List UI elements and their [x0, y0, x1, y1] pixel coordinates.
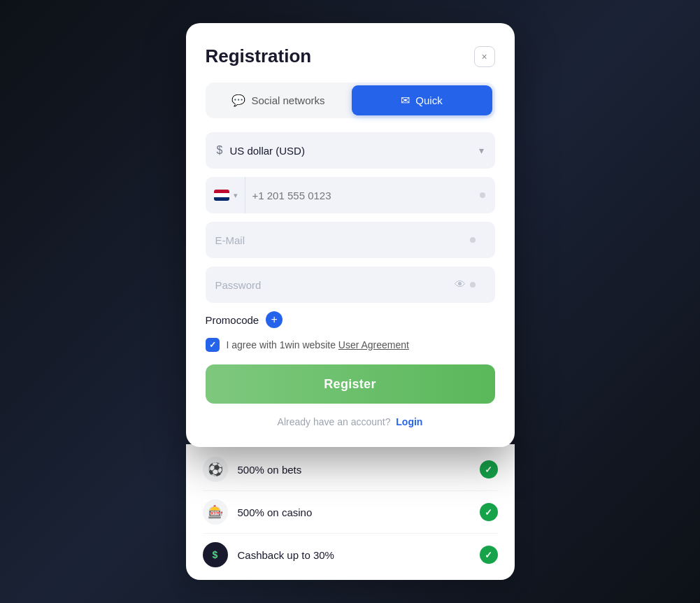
- modal-container: Registration × 💬 Social networks ✉ Quick…: [186, 23, 515, 580]
- tab-quick[interactable]: ✉ Quick: [352, 85, 492, 115]
- country-arrow-icon: ▾: [234, 191, 238, 200]
- chat-icon: 💬: [231, 94, 245, 107]
- promocode-row: Promocode +: [206, 311, 495, 328]
- soccer-icon: ⚽: [203, 457, 228, 482]
- bonus-bets-check: ✓: [480, 460, 498, 478]
- email-group: [206, 222, 495, 258]
- modal-title: Registration: [206, 45, 312, 67]
- tab-social-networks[interactable]: 💬 Social networks: [208, 85, 349, 115]
- bonus-item-casino: 🎰 500% on casino ✓: [186, 491, 515, 533]
- close-icon: ×: [481, 51, 487, 62]
- plus-icon: +: [271, 314, 278, 325]
- agree-checkbox[interactable]: ✓: [206, 338, 220, 352]
- password-input[interactable]: [215, 279, 455, 291]
- email-input[interactable]: [215, 234, 470, 246]
- chevron-down-icon: ▾: [479, 145, 484, 156]
- bonus-item-bets: ⚽ 500% on bets ✓: [186, 448, 515, 490]
- us-flag: [214, 190, 229, 201]
- casino-icon: 🎰: [203, 499, 228, 525]
- bonus-item-cashback: $ Cashback up to 30% ✓: [186, 534, 515, 576]
- email-icon: ✉: [401, 94, 410, 107]
- login-link[interactable]: Login: [396, 416, 422, 427]
- login-row: Already have an account? Login: [206, 416, 495, 427]
- bonus-bets-text: 500% on bets: [238, 464, 470, 476]
- password-dot-indicator: [470, 282, 476, 288]
- phone-input[interactable]: [252, 190, 480, 201]
- tab-bar: 💬 Social networks ✉ Quick: [206, 83, 495, 118]
- currency-group: $ US dollar (USD) ▾: [206, 132, 495, 169]
- promocode-label: Promocode: [206, 314, 259, 326]
- phone-input-wrapper: ▾: [206, 177, 495, 213]
- bonus-casino-check: ✓: [480, 503, 498, 521]
- tab-quick-label: Quick: [415, 94, 442, 106]
- modal-header: Registration ×: [206, 45, 495, 67]
- eye-icon[interactable]: 👁: [455, 278, 466, 291]
- cashback-icon: $: [203, 542, 228, 567]
- currency-value: US dollar (USD): [229, 145, 478, 157]
- agree-row: ✓ I agree with 1win website User Agreeme…: [206, 338, 495, 352]
- bonus-casino-text: 500% on casino: [238, 506, 470, 518]
- dollar-icon: $: [217, 144, 223, 157]
- password-field-wrapper: 👁: [206, 267, 495, 303]
- email-field-wrapper: [206, 222, 495, 258]
- registration-modal: Registration × 💬 Social networks ✉ Quick…: [186, 23, 515, 447]
- currency-select[interactable]: $ US dollar (USD) ▾: [206, 132, 495, 169]
- register-button[interactable]: Register: [206, 364, 495, 404]
- checkmark-icon: ✓: [209, 340, 216, 350]
- close-button[interactable]: ×: [474, 46, 495, 67]
- agree-text: I agree with 1win website User Agreement: [227, 339, 409, 350]
- agree-text-prefix: I agree with 1win website: [227, 339, 338, 350]
- bonus-cashback-check: ✓: [480, 546, 498, 564]
- email-dot-indicator: [470, 237, 476, 243]
- login-prompt-text: Already have an account?: [278, 416, 391, 427]
- phone-group: ▾: [206, 177, 495, 213]
- bonus-cashback-text: Cashback up to 30%: [238, 549, 470, 561]
- add-promocode-button[interactable]: +: [266, 311, 283, 328]
- bonus-card: ⚽ 500% on bets ✓ 🎰 500% on casino ✓ $ Ca…: [186, 444, 515, 580]
- phone-dot-indicator: [480, 192, 485, 198]
- country-selector[interactable]: ▾: [214, 177, 245, 213]
- tab-social-label: Social networks: [251, 94, 324, 106]
- user-agreement-link[interactable]: User Agreement: [338, 339, 409, 350]
- password-group: 👁: [206, 267, 495, 303]
